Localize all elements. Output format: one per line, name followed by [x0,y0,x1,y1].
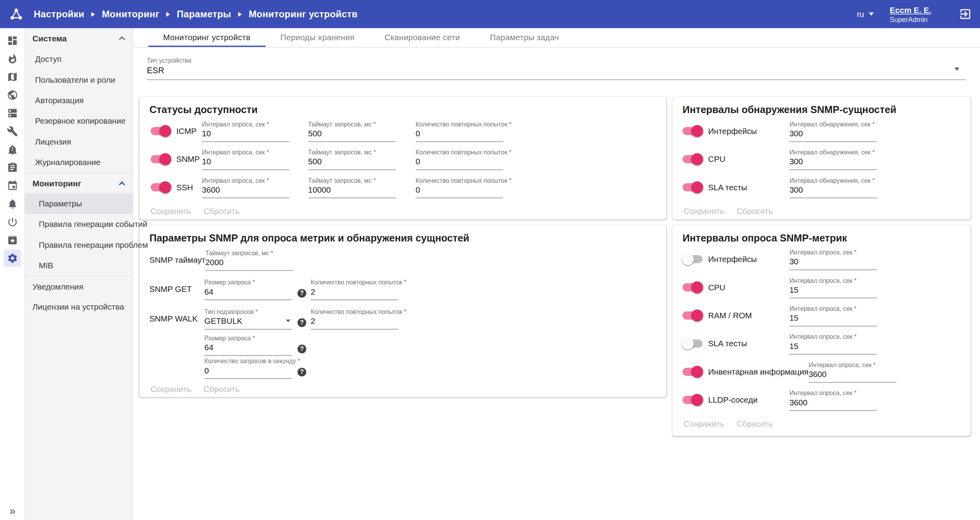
tab-device-monitoring[interactable]: Мониторинг устройств [148,28,265,47]
card-title: Параметры SNMP для опроса метрик и обнар… [149,233,656,244]
card-actions: Сохранить Сбросить [682,206,960,216]
snmp-polling-card: Интервалы опроса SNMP-метрик Интерфейсы … [672,225,971,436]
sla-polling-toggle[interactable] [682,340,702,348]
interfaces-discovery-toggle[interactable] [682,127,702,135]
sla-discovery-toggle[interactable] [682,183,702,191]
icmp-toggle[interactable] [151,127,171,135]
snmp-retries-input[interactable]: Количество повторных попыток * 0 [416,149,503,170]
cpu-polling-toggle[interactable] [682,283,702,292]
alerts-icon[interactable] [4,140,21,158]
icmp-retries-input[interactable]: Количество повторных попыток * 0 [416,121,503,142]
notifications-icon[interactable] [4,195,21,212]
tab-retention-periods[interactable]: Периоды хранения [265,28,369,47]
snmp-timeout-input[interactable]: Таймаут запросов, мс * 500 [308,149,396,170]
snmp-walk-retries-input[interactable]: Количество повторных попыток * 2 [311,308,398,329]
inventory-polling-toggle[interactable] [682,368,702,376]
breadcrumb-settings[interactable]: Настройки [34,9,85,19]
left-column: Статусы доступности ICMP Интервал опроса… [139,97,666,397]
sidebar-item-problem-rules[interactable]: Правила генерации проблем [25,234,132,255]
interfaces-polling-interval-input[interactable]: Интервал опроса, сек * 30 [789,249,877,270]
sidebar-item-journaling[interactable]: Журналирование [25,152,132,173]
interfaces-discovery-interval-input[interactable]: Интервал обнаружения, сек * 300 [789,121,877,142]
sidebar-item-authorization[interactable]: Авторизация [25,90,132,111]
user-role: SuperAdmin [890,15,932,23]
snmp-walk-rps-input[interactable]: Количество запросов в секунду * 0 [204,357,292,379]
interfaces-polling-toggle[interactable] [682,255,702,264]
user-menu[interactable]: Eccm E. E. SuperAdmin [890,5,932,22]
snmp-get-retries-input[interactable]: Количество повторных попыток * 2 [311,279,398,300]
language-selector[interactable]: ru [857,9,873,19]
snmp-poll-interval-input[interactable]: Интервал опроса, сек * 10 [202,149,289,170]
archive-icon[interactable] [4,231,21,249]
reset-button[interactable]: Сбросить [737,419,773,429]
sidebar-item-device-licenses[interactable]: Лицензии на устройства [25,296,132,317]
network-icon[interactable] [4,86,21,103]
sla-discovery-interval-input[interactable]: Интервал обнаружения, сек * 300 [789,176,877,198]
devices-icon[interactable] [4,104,21,121]
expand-sidebar-button[interactable]: » [0,505,25,518]
save-button[interactable]: Сохранить [151,384,191,394]
app-logo-icon[interactable] [7,5,25,22]
sla-polling-interval-input[interactable]: Интервал опроса, сек * 15 [789,333,877,354]
tab-task-parameters[interactable]: Параметры задач [475,28,574,47]
inventory-polling-interval-input[interactable]: Интервал опроса, сек * 3600 [808,361,896,383]
user-name[interactable]: Eccm E. E. [890,5,932,15]
logout-icon[interactable] [958,7,973,22]
ssh-retries-input[interactable]: Количество повторных попыток * 0 [416,176,503,198]
cpu-discovery-interval-input[interactable]: Интервал обнаружения, сек * 300 [789,149,877,170]
settings-icon[interactable] [4,249,21,267]
cpu-polling-interval-input[interactable]: Интервал опроса, сек * 15 [789,277,877,298]
snmp-walk-size-input[interactable]: Размер запроса * 64 [204,334,292,355]
lldp-polling-toggle[interactable] [682,396,702,404]
save-button[interactable]: Сохранить [684,419,724,429]
help-icon[interactable]: ? [298,289,306,297]
icmp-poll-interval-input[interactable]: Интервал опроса, сек * 10 [202,121,289,142]
ssh-timeout-input[interactable]: Таймаут запросов, мс * 10000 [308,176,396,198]
snmp-walk-subtype-select[interactable]: Тип подзапросов * GETBULK [204,308,292,329]
breadcrumb-device-monitoring[interactable]: Мониторинг устройств [249,9,358,19]
sidebar-item-mib[interactable]: MIB [25,255,132,276]
app-root: Настройки Мониторинг Параметры Мониторин… [0,0,980,520]
sidebar-item-backup[interactable]: Резервное копирование [25,111,132,131]
snmp-get-label: SNMP GET [149,284,204,294]
help-icon[interactable]: ? [298,318,306,327]
icmp-timeout-input[interactable]: Таймаут запросов, мс * 500 [308,121,396,142]
map-icon[interactable] [4,68,21,85]
snmp-toggle[interactable] [151,155,171,163]
ssh-toggle[interactable] [151,183,171,191]
sidebar-item-event-rules[interactable]: Правила генерации событий [25,214,132,234]
save-button[interactable]: Сохранить [684,206,724,216]
help-icon[interactable]: ? [298,368,306,376]
breadcrumb-parameters[interactable]: Параметры [177,9,231,19]
help-icon[interactable]: ? [298,344,306,353]
breadcrumb-monitoring[interactable]: Мониторинг [102,9,159,19]
reset-button[interactable]: Сбросить [204,206,240,216]
ram-rom-polling-toggle[interactable] [682,312,702,320]
sidebar-section-system[interactable]: Система [25,28,132,48]
ssh-poll-interval-input[interactable]: Интервал опроса, сек * 3600 [202,176,289,198]
sidebar-item-notifications[interactable]: Уведомления [25,276,132,296]
tasks-icon[interactable] [4,158,21,176]
incidents-icon[interactable] [4,50,21,67]
snmp-get-size-input[interactable]: Размер запроса * 64 [204,279,292,300]
sidebar-item-access[interactable]: Доступ [25,49,132,69]
power-icon[interactable] [4,213,21,230]
tab-network-scan[interactable]: Сканирование сети [370,28,475,47]
sidebar-item-parameters[interactable]: Параметры [25,193,132,214]
save-button[interactable]: Сохранить [151,206,191,216]
reset-button[interactable]: Сбросить [737,206,773,216]
dashboard-icon[interactable] [4,32,21,49]
sidebar-item-license[interactable]: Лицензия [25,131,132,152]
sidebar-item-users-roles[interactable]: Пользователи и роли [25,69,132,90]
schedule-icon[interactable] [4,176,21,194]
cpu-discovery-toggle[interactable] [682,155,702,163]
snmp-timeout-input[interactable]: Таймаут запросов, мс * 2000 [206,249,293,271]
snmp-walk-label: SNMP WALK [149,314,204,323]
ram-rom-polling-interval-input[interactable]: Интервал опроса, сек * 15 [789,305,877,326]
sidebar-section-monitoring[interactable]: Мониторинг [25,173,132,193]
tools-icon[interactable] [4,122,21,139]
reset-button[interactable]: Сбросить [204,384,240,394]
device-type-select[interactable]: Тип устройства ESR [147,56,965,80]
breadcrumb-arrow-icon [238,11,242,17]
lldp-polling-interval-input[interactable]: Интервал опроса, сек * 3600 [789,389,877,410]
